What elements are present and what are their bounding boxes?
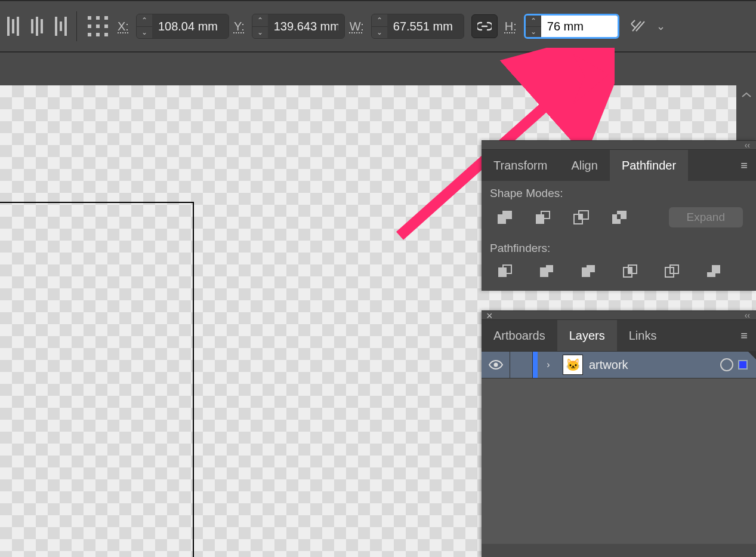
svg-rect-12 [617,214,621,219]
y-label: Y: [234,20,245,33]
h-stepper[interactable]: ⌃⌄ [524,14,619,39]
svg-point-23 [493,363,498,367]
tab-transform[interactable]: Transform [482,150,559,181]
panel-menu-icon[interactable]: ≡ [732,329,756,343]
divide-button[interactable] [495,262,515,280]
merge-button[interactable] [578,262,598,280]
y-stepper[interactable]: ⌃⌄ [252,14,345,39]
scroll-gutter [736,85,756,145]
visibility-toggle-icon[interactable] [482,352,510,378]
trim-button[interactable] [536,262,557,280]
options-chevron-icon[interactable]: ⌄ [656,20,665,33]
outline-button[interactable] [662,262,682,280]
reference-point-selector[interactable] [88,16,108,36]
svg-rect-22 [707,267,712,272]
layer-color-chip[interactable] [738,360,748,370]
disclosure-icon[interactable]: › [538,359,559,370]
x-label: X: [118,20,129,33]
selection-rectangle[interactable] [0,202,194,557]
w-input[interactable] [387,14,464,38]
align-left-icon[interactable] [4,13,23,39]
expand-button: Expand [669,207,743,227]
h-input[interactable] [541,16,618,37]
panel2-tabs: Artboards Layers Links ≡ [482,320,756,351]
svg-rect-8 [64,17,67,36]
svg-rect-4 [36,17,38,36]
control-bar: X: ⌃⌄ Y: ⌃⌄ W: ⌃⌄ H: ⌃⌄ ⌄ [0,0,756,53]
w-step-up[interactable]: ⌃ [372,14,387,27]
crop-button[interactable] [620,262,640,280]
panel1-tabs: Transform Align Pathfinder ≡ [482,150,756,181]
svg-rect-16 [546,265,553,272]
exclude-button[interactable] [609,208,630,226]
x-step-up[interactable]: ⌃ [137,14,152,27]
w-stepper[interactable]: ⌃⌄ [371,14,464,39]
h-label: H: [505,20,517,33]
corner-fold-icon [748,351,756,359]
tab-align[interactable]: Align [559,150,609,181]
x-stepper[interactable]: ⌃⌄ [136,14,229,39]
layers-panel: × ‹‹ Artboards Layers Links ≡ › 🐱 artwor… [482,310,756,557]
svg-rect-11 [579,214,582,219]
h-step-down[interactable]: ⌄ [526,27,541,38]
selection-indicator [533,352,538,378]
collapse-icon[interactable]: ‹‹ [745,310,750,320]
y-input[interactable] [268,14,344,38]
tab-artboards[interactable]: Artboards [482,320,557,351]
align-right-icon[interactable] [51,13,70,39]
svg-rect-1 [12,19,14,33]
layer-name[interactable]: artwork [587,358,720,372]
chevron-up-icon[interactable] [741,91,752,99]
x-input[interactable] [152,14,229,38]
pathfinders-label: Pathfinders: [482,236,756,260]
collapse-icon[interactable]: ‹‹ [745,140,750,150]
svg-rect-5 [41,19,43,33]
target-icon[interactable] [720,358,733,371]
svg-rect-3 [31,19,33,33]
constrain-proportions-button[interactable] [471,14,498,38]
lock-toggle[interactable] [510,352,533,378]
tab-links[interactable]: Links [617,320,669,351]
shear-icon[interactable] [630,18,647,35]
y-step-down[interactable]: ⌄ [252,27,268,39]
minus-front-button[interactable] [533,208,553,226]
svg-rect-19 [628,267,632,273]
tab-pathfinder[interactable]: Pathfinder [610,150,688,181]
pathfinder-panel: ‹‹ Transform Align Pathfinder ≡ Shape Mo… [482,140,756,291]
panel-menu-icon[interactable]: ≡ [732,159,756,173]
minus-back-button[interactable] [703,262,724,280]
svg-rect-7 [60,21,62,31]
y-step-up[interactable]: ⌃ [252,14,268,27]
intersect-button[interactable] [571,208,591,226]
shape-modes-label: Shape Modes: [482,181,756,205]
h-step-up[interactable]: ⌃ [526,16,541,27]
layer-row[interactable]: › 🐱 artwork [482,351,756,378]
unite-button[interactable] [495,208,515,226]
layer-thumbnail: 🐱 [563,355,583,375]
tab-layers[interactable]: Layers [557,320,617,351]
svg-rect-0 [7,17,10,36]
w-label: W: [350,20,364,33]
x-step-down[interactable]: ⌄ [137,27,152,39]
close-icon[interactable]: × [486,310,493,322]
w-step-down[interactable]: ⌄ [372,27,387,39]
svg-rect-6 [55,17,57,36]
svg-rect-2 [17,17,19,36]
align-hcenter-icon[interactable] [27,13,47,39]
